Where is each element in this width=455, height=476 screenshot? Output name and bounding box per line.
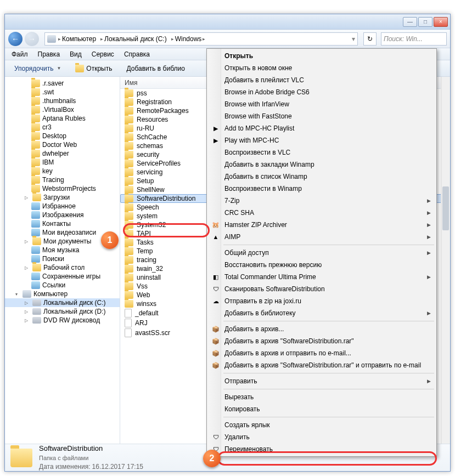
tree-item[interactable]: .r.saver [5, 79, 120, 88]
context-item[interactable]: Browse in Adobe Bridge CS6 [208, 86, 435, 98]
context-item[interactable]: ◧Total Commander Ultima Prime▶ [208, 271, 435, 283]
folder-icon [125, 221, 133, 229]
tree-item[interactable]: Избранное [5, 202, 120, 211]
tree-drive[interactable]: ▷Локальный диск (D:) [5, 307, 120, 316]
details-type: Папка с файлами [39, 454, 143, 462]
folder-icon [31, 132, 40, 140]
context-item[interactable]: CRC SHA▶ [208, 207, 435, 219]
tree-drive[interactable]: ▷DVD RW дисковод [5, 316, 120, 325]
folder-icon [31, 167, 40, 175]
refresh-button[interactable]: ↻ [363, 32, 377, 46]
folder-icon [125, 168, 133, 176]
context-item[interactable]: Добавить в список Winamp [208, 171, 435, 183]
forward-button[interactable]: → [25, 32, 39, 46]
folder-icon [10, 449, 32, 467]
tree-item[interactable]: Моя музыка [5, 246, 120, 254]
context-item[interactable]: 🛡Переименовать [208, 443, 435, 455]
add-to-library-button[interactable]: Добавить в библио [120, 63, 190, 75]
addressbar[interactable]: ▸Компьютер ▸Локальный диск (C:) ▸Windows… [44, 32, 358, 46]
tree-item[interactable]: Контакты [5, 219, 120, 228]
back-button[interactable]: ← [8, 32, 23, 46]
context-item[interactable]: 7-Zip▶ [208, 195, 435, 207]
tree-item[interactable]: cr3 [5, 123, 120, 132]
folder-icon [125, 282, 133, 290]
drive-icon [32, 317, 41, 324]
search-input[interactable]: Поиск: Win... [381, 32, 447, 46]
folder-icon [125, 247, 133, 255]
tree-item[interactable]: Изображения [5, 211, 120, 219]
tree-item[interactable]: Aptana Rubles [5, 114, 120, 123]
context-item[interactable]: 📦Добавить в архив "SoftwareDistribution.… [208, 359, 435, 371]
folder-icon [125, 291, 133, 299]
folder-tree[interactable]: .r.saver.swt.thumbnails.VirtualBoxAptana… [5, 77, 120, 444]
context-item[interactable]: 📦Добавить в архив "SoftwareDistribution.… [208, 335, 435, 347]
tree-item[interactable]: WebstormProjects [5, 184, 120, 193]
tree-item[interactable]: .thumbnails [5, 97, 120, 105]
menu-file[interactable]: Файл [7, 49, 32, 59]
minimize-button[interactable]: — [403, 17, 417, 27]
folder-icon [125, 142, 133, 150]
scrollbar[interactable] [441, 77, 450, 444]
context-item[interactable]: Копировать [208, 403, 435, 415]
context-item[interactable]: Воспроизвести в Winamp [208, 183, 435, 195]
context-item[interactable]: Добавить в библиотеку▶ [208, 307, 435, 319]
context-item[interactable]: Browse with FastStone [208, 110, 435, 122]
breadcrumb-seg[interactable]: Windows [175, 35, 202, 43]
context-item[interactable]: Browse with IrfanView [208, 98, 435, 110]
context-item[interactable]: 📦Добавить в архив... [208, 323, 435, 335]
tree-item[interactable]: Поиски [5, 254, 120, 263]
context-item[interactable]: Добавить в плейлист VLC [208, 74, 435, 86]
context-item[interactable]: 🛡Удалить [208, 431, 435, 443]
context-item[interactable]: Общий доступ▶ [208, 247, 435, 259]
folder-icon [32, 237, 41, 245]
context-item[interactable]: Открыть в новом окне [208, 62, 435, 74]
tree-item[interactable]: ▷Рабочий стол [5, 263, 120, 272]
tree-computer[interactable]: ▾Компьютер [5, 290, 120, 298]
context-item[interactable]: 🐹Hamster ZIP Archiver▶ [208, 219, 435, 231]
folder-icon [125, 256, 133, 264]
tree-item[interactable]: Ссылки [5, 281, 120, 290]
tree-item[interactable]: ▷Загрузки [5, 193, 120, 202]
tree-item[interactable]: dwhelper [5, 149, 120, 158]
context-item[interactable]: Восстановить прежнюю версию [208, 259, 435, 271]
tree-item[interactable]: IBM [5, 158, 120, 167]
folder-icon [125, 98, 133, 106]
context-item[interactable]: Отправить▶ [208, 375, 435, 387]
tree-item[interactable]: .swt [5, 88, 120, 97]
folder-icon [125, 186, 133, 194]
context-item[interactable]: Воспроизвести в VLC [208, 146, 435, 158]
context-item[interactable]: ▶Add to MPC-HC Playlist [208, 122, 435, 134]
menu-view[interactable]: Вид [65, 49, 86, 59]
folder-icon [31, 273, 40, 280]
tree-drive[interactable]: ▷Локальный диск (C:) [5, 298, 120, 307]
menu-service[interactable]: Сервис [87, 49, 119, 59]
organize-button[interactable]: Упорядочить▼ [8, 63, 67, 75]
context-item[interactable]: 📦Добавить в архив и отправить по e-mail.… [208, 347, 435, 359]
maximize-button[interactable]: □ [418, 17, 432, 27]
folder-icon [125, 89, 133, 97]
menu-edit[interactable]: Правка [33, 49, 65, 59]
context-menu[interactable]: ОткрытьОткрыть в новом окнеДобавить в пл… [206, 48, 437, 457]
context-item[interactable]: ☁Отправить в zip на joxi.ru [208, 295, 435, 307]
menu-help[interactable]: Справка [120, 49, 154, 59]
breadcrumb-seg[interactable]: Локальный диск (C:) [104, 35, 167, 43]
tree-item[interactable]: key [5, 167, 120, 175]
breadcrumb-seg[interactable]: Компьютер [62, 35, 96, 43]
context-item[interactable]: ▶Play with MPC-HC [208, 134, 435, 146]
context-item[interactable]: Создать ярлык [208, 419, 435, 431]
context-item[interactable]: Добавить в закладки Winamp [208, 158, 435, 171]
open-button[interactable]: Открыть [69, 63, 118, 75]
titlebar: — □ × [5, 14, 450, 30]
tree-item[interactable]: Сохраненные игры [5, 272, 120, 281]
tree-item[interactable]: Tracing [5, 175, 120, 184]
close-button[interactable]: × [434, 17, 448, 27]
folder-icon [31, 229, 40, 236]
tree-item[interactable]: .VirtualBox [5, 105, 120, 114]
context-item[interactable]: Открыть [208, 50, 435, 62]
folder-icon [125, 239, 133, 246]
tree-item[interactable]: Desktop [5, 132, 120, 140]
context-item[interactable]: ▲AIMP▶ [208, 231, 435, 243]
context-item[interactable]: 🛡Сканировать SoftwareDistribution [208, 283, 435, 295]
context-item[interactable]: Вырезать [208, 391, 435, 403]
tree-item[interactable]: Doctor Web [5, 140, 120, 149]
